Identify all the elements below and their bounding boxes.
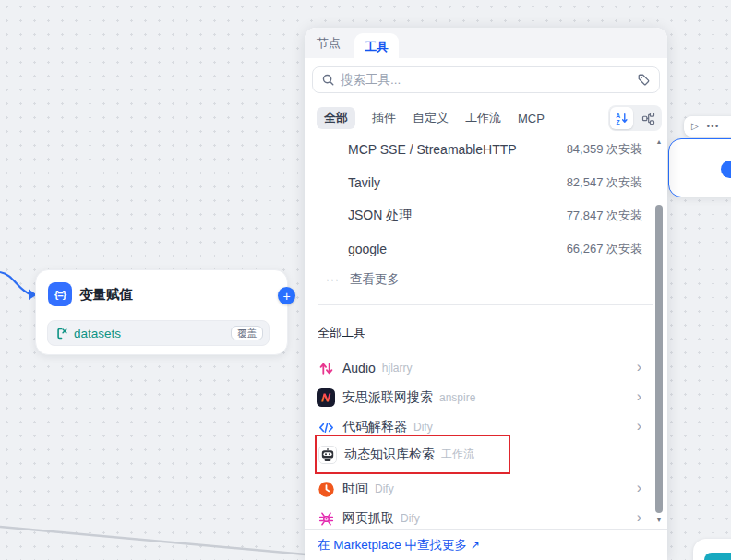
tool-author: Dify — [413, 421, 433, 434]
view-toggle: A Z — [608, 105, 662, 131]
tool-name: Audio — [342, 361, 376, 375]
view-more-button[interactable]: ··· 查看更多 — [305, 266, 667, 293]
node-header: {=} 变量赋值 — [36, 270, 287, 314]
ellipsis-icon: ··· — [326, 273, 340, 286]
tool-item-dynamic-knowledge-retrieval[interactable]: 动态知识库检索 工作流 — [318, 436, 509, 472]
scrollbar-thumb[interactable] — [655, 205, 663, 513]
scroll-up-icon[interactable]: ▲ — [653, 137, 665, 148]
svg-text:A: A — [616, 112, 620, 118]
node-action-toolbar[interactable]: ▷ ••• — [684, 116, 731, 137]
sort-az-button[interactable]: A Z — [610, 107, 633, 129]
filter-plugins[interactable]: 插件 — [372, 110, 396, 126]
featured-row[interactable]: MCP SSE / StreamableHTTP 84,359 次安装 — [305, 133, 667, 166]
robot-icon — [318, 446, 337, 464]
tag-filter-icon[interactable] — [637, 73, 651, 87]
edge-blue — [0, 272, 30, 294]
section-title: 全部工具 — [318, 324, 667, 342]
search-input[interactable]: 搜索工具... — [312, 66, 660, 93]
chevron-right-icon: › — [637, 481, 641, 495]
install-count: 77,847 次安装 — [567, 208, 642, 224]
tool-name: 网页抓取 — [342, 510, 394, 527]
knowledge-node-icon — [704, 553, 731, 560]
code-icon — [318, 419, 335, 436]
tool-name: 安思派联网搜索 — [342, 389, 433, 406]
filter-workflow[interactable]: 工作流 — [465, 110, 501, 126]
more-icon[interactable]: ••• — [707, 123, 720, 131]
scroll-down-icon[interactable]: ▼ — [653, 515, 665, 526]
tools-scroll-area[interactable]: MCP SSE / StreamableHTTP 84,359 次安装 Tavi… — [305, 133, 667, 529]
install-count: 82,547 次安装 — [567, 174, 642, 191]
tool-item-anspire-search[interactable]: 安思派联网搜索 anspire › — [305, 383, 667, 412]
marketplace-link[interactable]: 在 Marketplace 中查找更多 — [318, 537, 467, 554]
chevron-right-icon: › — [637, 419, 641, 434]
featured-name: Tavily — [348, 175, 567, 190]
tool-author: Dify — [401, 512, 420, 525]
tool-author: Dify — [375, 483, 394, 495]
tool-author: hjlarry — [382, 362, 413, 375]
view-more-label: 查看更多 — [350, 271, 400, 288]
filter-all[interactable]: 全部 — [317, 107, 355, 129]
anspire-n-icon — [317, 388, 335, 407]
tree-view-icon — [641, 112, 655, 125]
tab-nodes[interactable]: 节点 — [317, 28, 341, 58]
featured-name: MCP SSE / StreamableHTTP — [348, 142, 567, 157]
featured-name: JSON 处理 — [348, 208, 567, 224]
highlight-annotation-box: 动态知识库检索 工作流 — [315, 435, 510, 474]
variable-assigner-icon: {=} — [48, 282, 72, 306]
play-icon[interactable]: ▷ — [691, 122, 699, 131]
search-icon — [321, 73, 335, 87]
featured-row[interactable]: Tavily 82,547 次安装 — [305, 166, 667, 199]
chevron-right-icon: › — [637, 510, 641, 525]
tools-panel: 节点 工具 搜索工具... 全部 插件 自定义 工作流 MCP A Z — [305, 28, 667, 560]
panel-footer: 在 Marketplace 中查找更多 ↗ — [305, 529, 667, 560]
install-count: 84,359 次安装 — [567, 141, 642, 158]
tree-view-button[interactable] — [637, 107, 660, 129]
external-link-icon: ↗ — [471, 539, 480, 552]
featured-row[interactable]: JSON 处理 77,847 次安装 — [305, 199, 667, 232]
variable-row[interactable]: datasets 覆盖 — [47, 320, 270, 346]
tool-item-time[interactable]: 时间 Dify › — [305, 474, 667, 504]
tool-item-web-scraper[interactable]: 网页抓取 Dify › — [305, 504, 667, 529]
edge-gray — [0, 527, 316, 555]
filter-mcp[interactable]: MCP — [518, 112, 545, 125]
tool-author: 工作流 — [441, 447, 474, 462]
tool-item-audio[interactable]: Audio hjlarry › — [305, 353, 667, 383]
search-placeholder: 搜索工具... — [341, 72, 621, 89]
filter-custom[interactable]: 自定义 — [413, 110, 449, 126]
spider-icon — [318, 510, 335, 528]
audio-swap-icon — [318, 361, 334, 376]
variable-icon — [55, 327, 69, 340]
scrollbar[interactable]: ▲ ▼ — [653, 137, 665, 529]
filter-bar: 全部 插件 自定义 工作流 MCP A Z — [305, 105, 667, 131]
clock-icon — [318, 481, 335, 498]
node-title: 变量赋值 — [79, 286, 133, 304]
overwrite-badge: 覆盖 — [231, 326, 263, 341]
tool-author: anspire — [439, 391, 475, 404]
tab-tools[interactable]: 工具 — [354, 33, 399, 58]
chevron-right-icon: › — [637, 360, 641, 375]
featured-name: google — [348, 242, 567, 256]
add-next-node-button[interactable]: + — [278, 287, 295, 304]
sort-az-icon: A Z — [615, 112, 629, 125]
tool-name: 时间 — [342, 481, 368, 497]
panel-tabbar: 节点 工具 — [305, 28, 667, 58]
chevron-right-icon: › — [637, 389, 641, 404]
search-divider — [629, 74, 629, 87]
section-divider — [318, 304, 654, 305]
svg-text:Z: Z — [617, 118, 620, 125]
featured-row[interactable]: google 66,267 次安装 — [305, 232, 667, 266]
install-count: 66,267 次安装 — [567, 241, 642, 257]
tool-name: 动态知识库检索 — [344, 447, 435, 463]
variable-name: datasets — [74, 327, 231, 340]
tool-name: 代码解释器 — [342, 419, 407, 435]
